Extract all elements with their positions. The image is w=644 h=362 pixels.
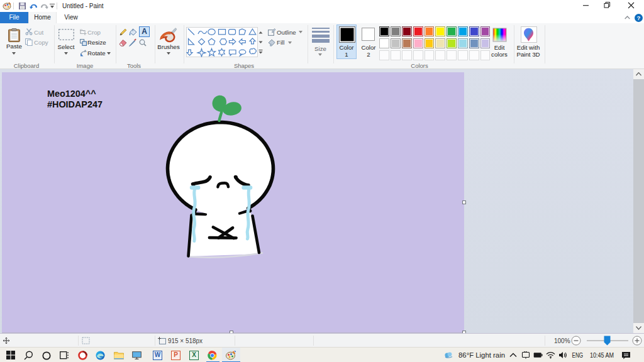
svg-text:86°F Light rain: 86°F Light rain [458,351,505,359]
svg-text:#HOIDAP247: #HOIDAP247 [47,99,103,109]
svg-text:10:45 AM: 10:45 AM [590,351,614,359]
svg-text:Meo1204^^: Meo1204^^ [47,89,96,99]
svg-text:ENG: ENG [572,351,584,359]
svg-text:915 × 518px: 915 × 518px [168,337,203,344]
